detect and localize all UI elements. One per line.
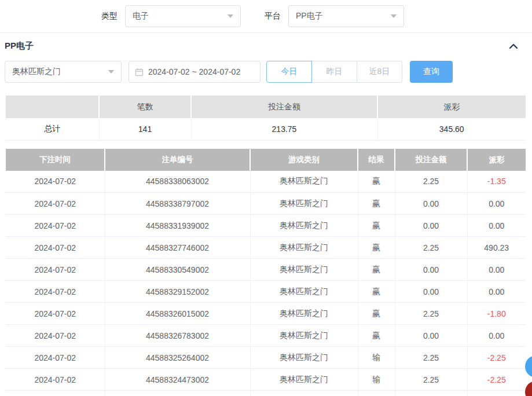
platform-label: 平台: [265, 11, 281, 21]
bet-id-cell: 44588326783002: [105, 325, 250, 347]
summary-column-header: [6, 96, 99, 118]
summary-column-header: 派彩: [377, 96, 526, 118]
result-cell: [358, 391, 395, 396]
payout-cell: 0.00: [467, 215, 526, 237]
bet-time-cell: 2024-07-02: [6, 369, 105, 391]
bet-table-row: 2024-07-02 44588325264002 奥林匹斯之门 输 2.25 …: [6, 347, 526, 369]
result-cell: 赢: [358, 237, 395, 259]
bet-time-cell: 2024-07-02: [6, 281, 105, 303]
chevron-up-icon: [508, 42, 519, 51]
date-range-picker[interactable]: 2024-07-02 ~ 2024-07-02: [129, 61, 261, 83]
bet-column-header: 注单编号: [105, 149, 250, 171]
bet-column-header: 投注金额: [395, 149, 467, 171]
bet-time-cell: 2024-07-02: [6, 171, 105, 193]
bet-column-header: 游戏类别: [250, 149, 358, 171]
floating-service-button[interactable]: [525, 381, 532, 396]
bet-records-table: 下注时间注单编号游戏类别结果投注金额派彩 2024-07-02 44588338…: [6, 149, 526, 396]
payout-cell: 0.00: [467, 259, 526, 281]
payout-cell: -2.25: [467, 347, 526, 369]
result-cell: 赢: [358, 171, 395, 193]
game-type-cell: 奥林匹斯之门: [250, 325, 358, 347]
bet-id-cell: 44588330549002: [105, 259, 250, 281]
bet-amount-cell: [395, 391, 467, 396]
game-type-cell: 奥林匹斯之门: [250, 369, 358, 391]
platform-select[interactable]: PP电子: [288, 5, 404, 27]
bet-column-header: 派彩: [467, 149, 526, 171]
bet-amount-cell: 0.00: [395, 193, 467, 215]
payout-cell: 490.23: [467, 237, 526, 259]
bet-amount-cell: 0.00: [395, 281, 467, 303]
summary-count-value: 141: [99, 118, 191, 140]
bet-id-cell: 44588327746002: [105, 237, 250, 259]
bet-id-cell: 44588326015002: [105, 303, 250, 325]
collapse-section-button[interactable]: [508, 42, 519, 51]
bet-time-cell: 2024-07-02: [6, 215, 105, 237]
bet-table-row: 2024-07-02 44588330549002 奥林匹斯之门 赢 0.00 …: [6, 259, 526, 281]
summary-header-row: 笔数投注金额派彩: [6, 96, 526, 118]
bet-time-cell: 2024-07-02: [6, 259, 105, 281]
type-filter-group: 类型 电子: [101, 5, 241, 27]
payout-cell: [467, 391, 526, 396]
game-type-cell: 奥林匹斯之门: [250, 281, 358, 303]
result-cell: 赢: [358, 325, 395, 347]
payout-cell: 0.00: [467, 325, 526, 347]
bet-amount-cell: 2.25: [395, 347, 467, 369]
game-select-value: 奥林匹斯之门: [12, 67, 61, 77]
type-select[interactable]: 电子: [125, 5, 241, 27]
result-cell: 输: [358, 347, 395, 369]
game-type-cell: 奥林匹斯之门: [250, 193, 358, 215]
game-type-cell: 奥林匹斯之门: [250, 215, 358, 237]
result-cell: 赢: [358, 259, 395, 281]
bet-table-row: 2024-07-02 44588324473002 奥林匹斯之门 输 2.25 …: [6, 369, 526, 391]
bet-table-body: 2024-07-02 44588338063002 奥林匹斯之门 赢 2.25 …: [6, 171, 526, 396]
game-type-cell: 奥林匹斯之门: [250, 237, 358, 259]
bet-amount-cell: 0.00: [395, 215, 467, 237]
bet-table-row: 2024-07-02 44588338797002 奥林匹斯之门 赢 0.00 …: [6, 193, 526, 215]
bet-table-row: 2024-07-02 44588338063002 奥林匹斯之门 赢 2.25 …: [6, 171, 526, 193]
search-button[interactable]: 查询: [410, 61, 453, 83]
bet-id-cell: [105, 391, 250, 396]
bet-table-row: 2024-07-02 44588327746002 奥林匹斯之门 赢 2.25 …: [6, 237, 526, 259]
platform-filter-group: 平台 PP电子: [265, 5, 404, 27]
bet-table-row: 2024-07-02 44588326783002 奥林匹斯之门 赢 0.00 …: [6, 325, 526, 347]
quick-range-button[interactable]: 近8日: [357, 61, 402, 83]
quick-range-button[interactable]: 今日: [266, 61, 312, 83]
quick-range-group: 今日昨日近8日: [266, 61, 402, 83]
bet-id-cell: 44588329152002: [105, 281, 250, 303]
bet-table-row: 2024-07-02 44588326015002 奥林匹斯之门 赢 2.25 …: [6, 303, 526, 325]
section-title: PP电子: [5, 41, 34, 52]
summary-column-header: 笔数: [99, 96, 191, 118]
quick-range-button[interactable]: 昨日: [311, 61, 357, 83]
game-type-cell: 奥林匹斯之门: [250, 347, 358, 369]
game-type-cell: [250, 391, 358, 396]
game-type-cell: 奥林匹斯之门: [250, 259, 358, 281]
bet-amount-cell: 2.25: [395, 171, 467, 193]
summary-column-header: 投注金额: [191, 96, 377, 118]
game-select[interactable]: 奥林匹斯之门: [5, 61, 122, 83]
payout-cell: 0.00: [467, 193, 526, 215]
date-range-value: 2024-07-02 ~ 2024-07-02: [148, 67, 240, 76]
bet-time-cell: 2024-07-02: [6, 325, 105, 347]
caret-down-icon: [228, 14, 233, 18]
payout-cell: -1.80: [467, 303, 526, 325]
bet-amount-cell: 2.25: [395, 237, 467, 259]
bet-table-row: 2024-07-02 44588329152002 奥林匹斯之门 赢 0.00 …: [6, 281, 526, 303]
floating-chat-button[interactable]: [525, 355, 532, 377]
summary-payout-value: 345.60: [377, 118, 526, 140]
bet-time-cell: [6, 391, 105, 396]
bet-id-cell: 44588324473002: [105, 369, 250, 391]
calendar-icon: [135, 68, 144, 76]
bet-column-header: 下注时间: [6, 149, 105, 171]
summary-total-label: 总计: [6, 118, 99, 140]
summary-total-row: 总计 141 213.75 345.60: [6, 118, 526, 140]
game-type-cell: 奥林匹斯之门: [250, 303, 358, 325]
type-label: 类型: [101, 11, 118, 21]
caret-down-icon: [391, 14, 397, 18]
bet-amount-cell: 0.00: [395, 259, 467, 281]
payout-cell: -2.25: [467, 369, 526, 391]
bet-id-cell: 44588325264002: [105, 347, 250, 369]
bet-id-cell: 44588338797002: [105, 193, 250, 215]
caret-down-icon: [108, 70, 114, 74]
section-header: PP电子: [0, 33, 532, 56]
summary-bet-amount-value: 213.75: [191, 118, 377, 140]
